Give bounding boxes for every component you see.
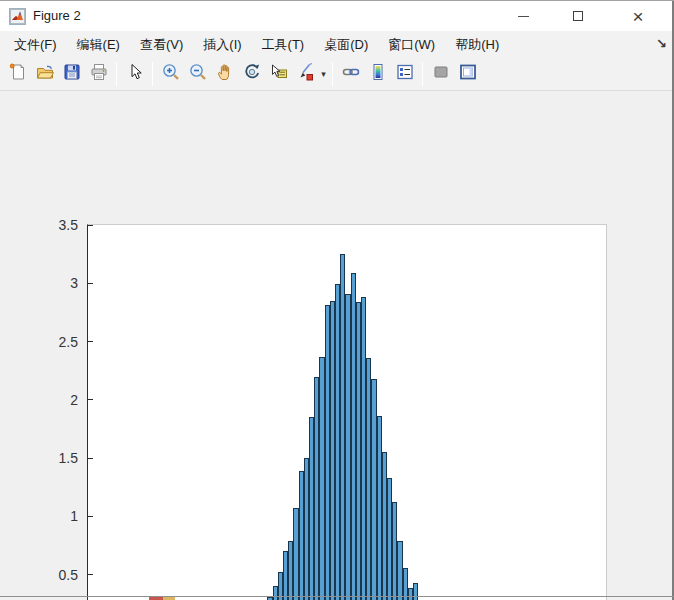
link-plot-button[interactable] (337, 61, 364, 88)
figure-canvas[interactable]: -1-0.500.5100.511.522.533.5 (0, 91, 674, 600)
toolbar-separator (116, 62, 117, 86)
hide-plot-tools-button[interactable] (427, 61, 454, 88)
y-tick-mark (88, 341, 93, 342)
y-tick-mark (88, 225, 93, 226)
edit-plot-pointer-button[interactable] (121, 61, 148, 88)
close-icon: × (632, 7, 643, 26)
toolbar-separator (152, 62, 153, 86)
brush-data-button[interactable] (292, 61, 319, 88)
menu-item-4[interactable]: 工具(T) (252, 32, 315, 58)
y-tick-label: 1.5 (0, 450, 78, 466)
histogram-bar (413, 583, 418, 600)
menu-item-0[interactable]: 文件(F) (4, 32, 67, 58)
brush-dropdown-arrow[interactable]: ▾ (319, 69, 328, 79)
y-tick-mark (88, 516, 93, 517)
new-figure-button[interactable] (4, 61, 31, 88)
zoom-in-button[interactable] (157, 61, 184, 88)
data-cursor-icon (269, 62, 289, 86)
insert-legend-icon (395, 62, 415, 86)
menu-item-6[interactable]: 窗口(W) (378, 32, 445, 58)
rotate-3d-button[interactable] (238, 61, 265, 88)
y-tick-label: 0.5 (0, 567, 78, 583)
menu-item-5[interactable]: 桌面(D) (314, 32, 378, 58)
show-plot-tools-dock-button[interactable] (454, 61, 481, 88)
zoom-in-icon (161, 62, 181, 86)
y-tick-label: 3.5 (0, 217, 78, 233)
title-bar: Figure 2 × (0, 1, 674, 31)
print-figure-icon (89, 62, 109, 86)
open-file-button[interactable] (31, 61, 58, 88)
close-button[interactable]: × (616, 1, 660, 31)
insert-colorbar-button[interactable] (364, 61, 391, 88)
y-tick-label: 2.5 (0, 334, 78, 350)
y-tick-mark (88, 399, 93, 400)
insert-colorbar-icon (368, 62, 388, 86)
insert-legend-button[interactable] (391, 61, 418, 88)
matlab-figure-icon (9, 8, 26, 25)
toolbar-separator (332, 62, 333, 86)
minimize-icon (518, 16, 529, 17)
menu-item-3[interactable]: 插入(I) (193, 32, 251, 58)
window-title: Figure 2 (33, 8, 81, 23)
window-border-bottom (0, 596, 674, 597)
open-file-icon (35, 62, 55, 86)
y-tick-mark (88, 283, 93, 284)
zoom-out-icon (188, 62, 208, 86)
zoom-out-button[interactable] (184, 61, 211, 88)
figure-window: Figure 2 × 文件(F)编辑(E)查看(V)插入(I)工具(T)桌面(D… (0, 0, 674, 600)
y-tick-label: 3 (0, 275, 78, 291)
dock-arrow-icon[interactable]: ↘ (656, 36, 667, 51)
menu-bar: 文件(F)编辑(E)查看(V)插入(I)工具(T)桌面(D)窗口(W)帮助(H) (0, 31, 674, 58)
menu-item-1[interactable]: 编辑(E) (67, 32, 130, 58)
print-figure-button[interactable] (85, 61, 112, 88)
toolbar-separator (422, 62, 423, 86)
minimize-button[interactable] (503, 1, 543, 31)
menu-item-2[interactable]: 查看(V) (130, 32, 193, 58)
y-tick-mark (88, 458, 93, 459)
axes-plot-area[interactable] (87, 224, 607, 600)
histogram-series (88, 225, 608, 600)
link-plot-icon (341, 62, 361, 86)
pan-button[interactable] (211, 61, 238, 88)
rotate-3d-icon (242, 62, 262, 86)
edit-plot-pointer-icon (125, 62, 145, 86)
show-plot-tools-dock-icon (458, 62, 478, 86)
save-figure-button[interactable] (58, 61, 85, 88)
maximize-button[interactable] (558, 1, 598, 31)
y-tick-mark (88, 574, 93, 575)
y-tick-label: 2 (0, 392, 78, 408)
save-figure-icon (62, 62, 82, 86)
hide-plot-tools-icon (431, 62, 451, 86)
y-tick-label: 1 (0, 508, 78, 524)
new-figure-icon (8, 62, 28, 86)
pan-icon (215, 62, 235, 86)
maximize-icon (573, 11, 583, 21)
brush-data-icon (296, 62, 316, 86)
data-cursor-button[interactable] (265, 61, 292, 88)
toolbar: ▾ (0, 58, 674, 91)
menu-item-7[interactable]: 帮助(H) (445, 32, 509, 58)
